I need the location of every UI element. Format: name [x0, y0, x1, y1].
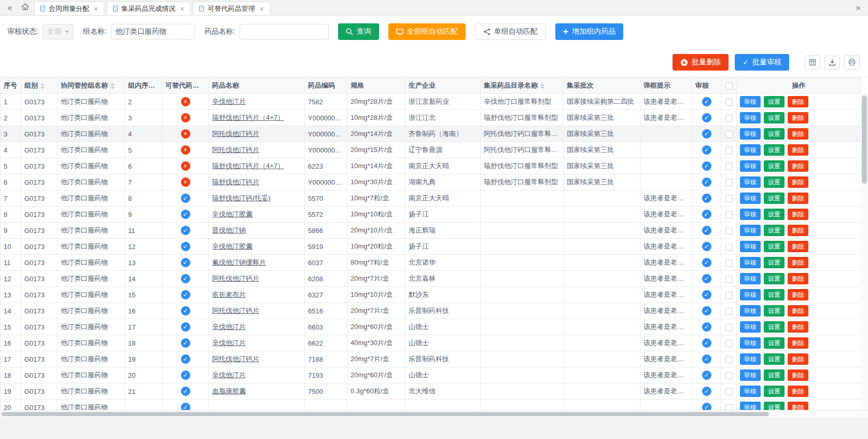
- sort-icon[interactable]: [202, 83, 206, 89]
- row-checkbox[interactable]: [725, 131, 733, 138]
- drug-name-link[interactable]: 氟伐他汀钠缓释片: [212, 258, 266, 266]
- row-review-button[interactable]: 审核: [740, 289, 761, 300]
- drug-name-link[interactable]: 血脂康胶囊: [212, 387, 246, 395]
- row-checkbox[interactable]: [725, 243, 733, 251]
- row-delete-button[interactable]: 删除: [788, 193, 808, 204]
- row-settings-button[interactable]: 设置: [764, 305, 785, 317]
- tab-close-icon[interactable]: ×: [94, 5, 98, 12]
- row-settings-button[interactable]: 设置: [764, 337, 785, 349]
- row-review-button[interactable]: 审核: [740, 176, 761, 188]
- sort-icon[interactable]: [158, 83, 162, 89]
- row-checkbox[interactable]: [725, 388, 733, 395]
- column-header-substitutable[interactable]: 可替代药品: [162, 78, 209, 94]
- row-settings-button[interactable]: 设置: [764, 112, 785, 124]
- group-name-input[interactable]: [111, 24, 195, 39]
- row-delete-button[interactable]: 删除: [788, 257, 808, 268]
- row-checkbox[interactable]: [725, 340, 733, 347]
- row-delete-button[interactable]: 删除: [788, 128, 808, 140]
- sort-icon[interactable]: [40, 83, 45, 89]
- drug-name-link[interactable]: 瑞舒伐他汀钙片（4+7）: [212, 114, 284, 121]
- row-checkbox[interactable]: [725, 356, 733, 363]
- row-settings-button[interactable]: 设置: [764, 353, 785, 365]
- drug-name-input[interactable]: [240, 24, 329, 39]
- row-review-button[interactable]: 审核: [740, 193, 761, 204]
- row-delete-button[interactable]: 删除: [788, 273, 808, 284]
- add-group-drug-button[interactable]: + 增加组内药品: [555, 23, 624, 40]
- row-delete-button[interactable]: 删除: [788, 353, 808, 365]
- row-checkbox[interactable]: [725, 147, 733, 154]
- row-review-button[interactable]: 审核: [740, 321, 761, 333]
- drug-name-link[interactable]: 辛伐他汀胶囊: [212, 210, 253, 218]
- row-checkbox[interactable]: [725, 115, 733, 122]
- row-review-button[interactable]: 审核: [740, 305, 761, 317]
- column-settings-button[interactable]: [805, 56, 820, 70]
- row-delete-button[interactable]: 删除: [788, 289, 808, 300]
- row-checkbox[interactable]: [725, 292, 733, 299]
- row-delete-button[interactable]: 删除: [788, 96, 808, 107]
- query-button[interactable]: 查询: [338, 23, 379, 40]
- row-checkbox[interactable]: [725, 211, 733, 218]
- sort-icon[interactable]: [540, 83, 544, 89]
- row-review-button[interactable]: 审核: [740, 144, 761, 156]
- drug-name-link[interactable]: 辛伐他汀片: [212, 98, 246, 105]
- tab-close-icon[interactable]: ×: [259, 5, 263, 12]
- row-settings-button[interactable]: 设置: [764, 289, 785, 300]
- row-review-button[interactable]: 审核: [740, 353, 761, 365]
- row-review-button[interactable]: 审核: [740, 160, 761, 172]
- vertical-scrollbar[interactable]: [861, 93, 868, 410]
- row-settings-button[interactable]: 设置: [764, 128, 785, 140]
- row-checkbox[interactable]: [725, 404, 733, 410]
- row-checkbox[interactable]: [725, 99, 733, 106]
- row-settings-button[interactable]: 设置: [764, 225, 785, 236]
- row-checkbox[interactable]: [725, 227, 733, 235]
- tab-1[interactable]: 合同用量分配×: [34, 2, 104, 15]
- row-review-button[interactable]: 审核: [740, 369, 761, 381]
- row-delete-button[interactable]: 删除: [788, 160, 808, 172]
- tabs-scroll-left-icon[interactable]: «: [4, 3, 16, 12]
- tab-close-icon[interactable]: ×: [180, 5, 184, 12]
- row-settings-button[interactable]: 设置: [764, 257, 785, 268]
- row-settings-button[interactable]: 设置: [764, 241, 785, 252]
- row-review-button[interactable]: 审核: [740, 337, 761, 349]
- row-settings-button[interactable]: 设置: [764, 386, 785, 397]
- drug-name-link[interactable]: 瑞舒伐他汀钙片（4+7）: [212, 162, 284, 170]
- row-delete-button[interactable]: 删除: [788, 402, 808, 410]
- row-review-button[interactable]: 审核: [740, 225, 761, 236]
- row-settings-button[interactable]: 设置: [764, 160, 785, 172]
- sort-icon[interactable]: [110, 83, 115, 89]
- home-icon[interactable]: [19, 3, 31, 12]
- batch-review-button[interactable]: ✓ 批量审核: [735, 54, 789, 71]
- row-delete-button[interactable]: 删除: [788, 112, 808, 124]
- drug-name-link[interactable]: 阿托伐他汀钙片: [212, 307, 259, 314]
- row-checkbox[interactable]: [725, 308, 733, 315]
- row-delete-button[interactable]: 删除: [788, 241, 808, 252]
- tab-2[interactable]: 集采药品完成情况×: [107, 2, 190, 15]
- row-settings-button[interactable]: 设置: [764, 176, 785, 188]
- drug-name-link[interactable]: 阿托伐他汀钙片: [212, 146, 259, 154]
- print-button[interactable]: [844, 56, 860, 70]
- column-header-inner_seq[interactable]: 组内序号: [125, 78, 162, 94]
- row-review-button[interactable]: 审核: [740, 128, 761, 140]
- select-all-checkbox[interactable]: [725, 83, 733, 90]
- row-delete-button[interactable]: 删除: [788, 321, 808, 333]
- horizontal-scrollbar-thumb[interactable]: [2, 412, 769, 416]
- row-settings-button[interactable]: 设置: [764, 402, 785, 410]
- column-header-catalog_name[interactable]: 集采药品目录名称: [481, 78, 564, 94]
- drug-name-link[interactable]: 依折麦布片: [212, 291, 246, 298]
- row-delete-button[interactable]: 删除: [788, 337, 808, 349]
- row-settings-button[interactable]: 设置: [764, 273, 785, 284]
- row-checkbox[interactable]: [725, 276, 733, 283]
- drug-name-link[interactable]: 阿托伐他汀钙片: [212, 130, 259, 138]
- drug-name-link[interactable]: 阿托伐他汀钙片: [212, 355, 259, 363]
- row-review-button[interactable]: 审核: [740, 112, 761, 124]
- row-settings-button[interactable]: 设置: [764, 144, 785, 156]
- row-review-button[interactable]: 审核: [740, 273, 761, 284]
- row-checkbox[interactable]: [725, 163, 733, 170]
- row-settings-button[interactable]: 设置: [764, 96, 785, 107]
- row-review-button[interactable]: 审核: [740, 402, 761, 410]
- row-settings-button[interactable]: 设置: [764, 209, 785, 220]
- row-delete-button[interactable]: 删除: [788, 209, 808, 220]
- drug-name-link[interactable]: 辛伐他汀片: [212, 371, 246, 379]
- auto-match-all-groups-button[interactable]: 全部组自动匹配: [388, 23, 466, 40]
- row-review-button[interactable]: 审核: [740, 386, 761, 397]
